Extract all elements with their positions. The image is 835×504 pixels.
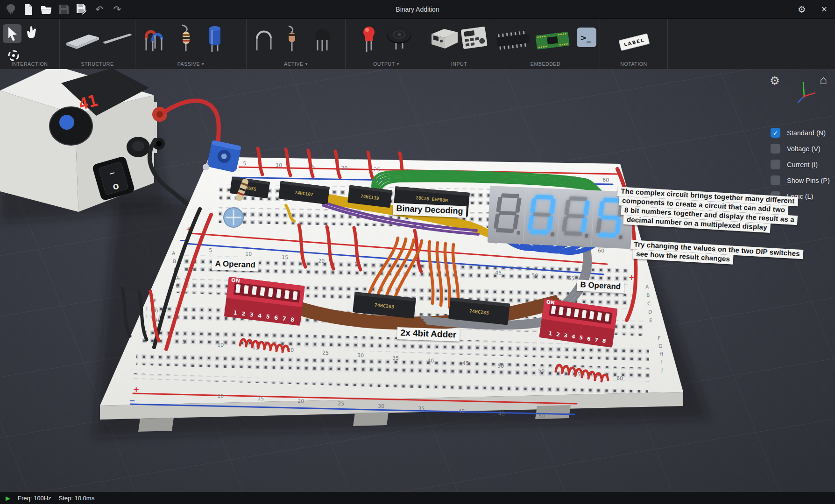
titlebar: ↶ ↷ Binary Addition ⚙ × <box>0 0 835 19</box>
svg-text:60: 60 <box>616 375 623 382</box>
checkbox[interactable]: ✓ <box>771 128 780 138</box>
scene-settings-button[interactable]: ⚙ <box>767 73 783 89</box>
label-tool-button[interactable]: LABEL <box>617 31 652 55</box>
svg-text:30: 30 <box>357 352 364 359</box>
svg-text:55: 55 <box>568 275 575 282</box>
capacitor-tool-button[interactable] <box>206 24 225 55</box>
seven-segment-display[interactable] <box>488 186 634 249</box>
display-option-label: Show Pins (P) <box>787 177 830 184</box>
svg-text:40: 40 <box>458 408 465 414</box>
svg-text:20: 20 <box>297 398 304 405</box>
frequency-readout: Freq: 100Hz <box>18 495 51 502</box>
svg-text:E: E <box>649 317 652 323</box>
capacitor-icon <box>206 24 225 53</box>
svg-text:45: 45 <box>462 360 469 367</box>
wire-link-tool-button[interactable] <box>253 26 276 54</box>
breadboard-icon <box>65 31 101 51</box>
svg-text:25: 25 <box>322 350 329 356</box>
board-label-adder[interactable]: 2x 4bit Adder <box>397 327 460 341</box>
transistor-tool-button[interactable] <box>312 24 333 54</box>
dropdown-arrow-icon[interactable]: ▾ <box>202 62 204 66</box>
svg-text:A: A <box>172 250 176 256</box>
svg-text:F: F <box>658 335 660 341</box>
window-title: Binary Addition <box>0 0 835 19</box>
svg-text:35: 35 <box>392 355 399 362</box>
checkbox[interactable]: ✓ <box>771 160 780 169</box>
svg-text:7: 7 <box>282 315 287 322</box>
checkbox[interactable]: ✓ <box>771 144 780 154</box>
home-icon: ⌂ <box>820 73 827 87</box>
svg-text:20: 20 <box>318 258 325 265</box>
svg-text:10: 10 <box>217 342 224 349</box>
svg-text:10: 10 <box>245 251 252 258</box>
board-label-a-operand[interactable]: A Operand <box>212 259 259 271</box>
close-icon[interactable]: × <box>818 3 830 16</box>
svg-text:4: 4 <box>257 312 262 319</box>
svg-text:H: H <box>156 317 159 323</box>
svg-text:30: 30 <box>378 403 385 410</box>
led-icon <box>360 24 378 53</box>
svg-text:I: I <box>660 359 662 364</box>
dropdown-arrow-icon[interactable]: ▾ <box>397 62 399 66</box>
terminal-tool-button[interactable]: >_ <box>576 27 597 49</box>
breadboard-tool-button[interactable] <box>65 31 101 53</box>
svg-text:35: 35 <box>418 406 425 412</box>
ic-chip-icon <box>495 29 532 52</box>
svg-text:H: H <box>659 351 663 357</box>
display-option-standard[interactable]: ✓ Standard (N) <box>771 128 830 138</box>
plus-mark: + <box>133 385 139 394</box>
buzzer-icon <box>385 23 414 52</box>
toolbar-section-active: ACTIVE▾ <box>247 19 346 69</box>
statusbar: ▶ Freq: 100Hz Step: 10.0ms <box>0 492 835 504</box>
display-option-label: Current (I) <box>787 161 818 168</box>
gear-icon: ⚙ <box>770 74 780 87</box>
svg-text:25: 25 <box>374 167 381 173</box>
svg-text:B: B <box>646 292 650 298</box>
led-tool-button[interactable] <box>360 24 378 55</box>
svg-text:60: 60 <box>598 248 605 254</box>
home-view-button[interactable]: ⌂ <box>815 72 831 88</box>
svg-text:5: 5 <box>243 161 247 167</box>
toolbar-section-output: OUTPUT▾ <box>346 19 427 69</box>
scene-viewport[interactable]: 41 − O <box>0 69 835 492</box>
svg-text:5: 5 <box>266 313 270 320</box>
play-icon[interactable]: ▶ <box>6 495 10 501</box>
svg-text:F: F <box>154 298 156 303</box>
screw-terminal <box>203 164 209 170</box>
pan-hand-button[interactable] <box>24 25 39 43</box>
diode-icon <box>283 25 300 53</box>
svg-text:D: D <box>648 309 652 315</box>
rod-icon <box>103 32 134 46</box>
display-option-voltage[interactable]: ✓ Voltage (V) <box>771 144 830 154</box>
svg-text:50: 50 <box>538 413 545 420</box>
terminal-icon: >_ <box>576 27 597 48</box>
multimeter-tool-button[interactable] <box>461 25 489 53</box>
hand-icon <box>24 25 39 41</box>
minus-mark: − <box>129 396 135 405</box>
svg-text:B: B <box>173 259 177 264</box>
transistor-icon <box>312 24 333 52</box>
svg-text:G: G <box>658 343 663 349</box>
dropdown-arrow-icon[interactable]: ▾ <box>305 62 308 66</box>
svg-text:45: 45 <box>495 270 502 276</box>
display-option-show-pins[interactable]: ✓ Show Pins (P) <box>771 175 830 185</box>
svg-text:3: 3 <box>249 311 254 318</box>
select-tool-button[interactable] <box>3 24 21 43</box>
svg-text:1: 1 <box>233 309 238 316</box>
microcontroller-tool-button[interactable] <box>534 28 571 54</box>
rod-tool-button[interactable] <box>103 32 134 48</box>
power-supply-tool-button[interactable] <box>431 27 459 53</box>
display-option-current[interactable]: ✓ Current (I) <box>771 160 830 169</box>
ic-chip-tool-button[interactable] <box>495 29 532 54</box>
buzzer-tool-button[interactable] <box>385 23 414 54</box>
scene-canvas: 41 − O <box>0 69 835 492</box>
svg-text:A: A <box>645 284 649 289</box>
display-option-label: Standard (N) <box>787 129 826 137</box>
resistor-tool-button[interactable] <box>177 24 195 55</box>
svg-text:>_: >_ <box>580 33 591 42</box>
jumper-wire-tool-button[interactable] <box>143 25 168 54</box>
checkbox[interactable]: ✓ <box>771 175 780 185</box>
diode-tool-button[interactable] <box>283 25 300 55</box>
capacitor-component[interactable] <box>224 208 243 227</box>
settings-gear-icon[interactable]: ⚙ <box>796 3 808 16</box>
